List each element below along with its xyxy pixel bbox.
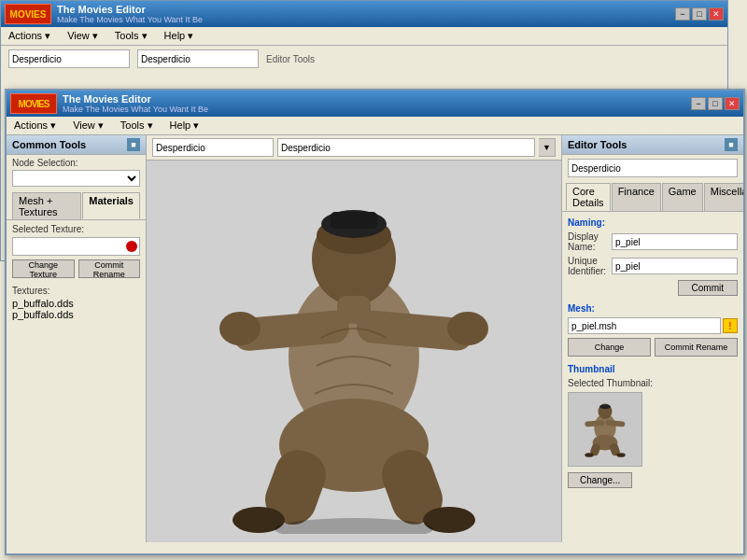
- left-panel-header: Common Tools ■: [7, 135, 146, 155]
- outer-menu-tools[interactable]: Tools ▾: [111, 29, 151, 43]
- inner-minimize-btn[interactable]: −: [691, 97, 706, 110]
- character-render: [176, 170, 531, 534]
- mesh-btn-row: Change Commit Rename: [568, 338, 738, 357]
- outer-title-block: The Movies Editor Make The Movies What Y…: [57, 4, 203, 24]
- svg-rect-16: [324, 431, 386, 469]
- commit-rename-btn-left[interactable]: Commit Rename: [78, 259, 141, 278]
- right-tab-game[interactable]: Game: [662, 183, 703, 211]
- outer-dropdown1[interactable]: [8, 49, 130, 68]
- outer-menu-actions[interactable]: Actions ▾: [5, 29, 54, 43]
- inner-subtitle: Make The Movies What You Want It Be: [63, 105, 208, 114]
- unique-id-label: Unique Identifier:: [568, 256, 612, 276]
- outer-dropdown2[interactable]: [137, 49, 259, 68]
- node-selection-label: Node Selection:: [12, 158, 140, 168]
- center-dropdown2[interactable]: [277, 138, 535, 157]
- left-panel: Common Tools ■ Node Selection: Mesh + Te…: [7, 135, 147, 542]
- left-tab-content: Selected Texture: Change Texture Commit …: [7, 219, 146, 542]
- thumbnail-character: [572, 397, 638, 462]
- svg-point-8: [447, 312, 488, 345]
- inner-menu-view[interactable]: View ▾: [69, 119, 107, 133]
- inner-logo: MOVIES: [10, 93, 57, 114]
- inner-window: MOVIES The Movies Editor Make The Movies…: [5, 89, 745, 555]
- center-dropdown1[interactable]: [152, 138, 274, 157]
- inner-titlebar: MOVIES The Movies Editor Make The Movies…: [7, 91, 743, 117]
- commit-btn-row: Commit: [568, 280, 738, 296]
- outer-title: The Movies Editor: [57, 4, 203, 15]
- outer-logo: MOVIES: [5, 4, 51, 24]
- mesh-section: Mesh: ! Change Commit Rename: [568, 303, 738, 357]
- inner-title: The Movies Editor: [63, 93, 208, 105]
- center-toolbar: ▼: [147, 135, 561, 161]
- inner-maximize-btn[interactable]: □: [708, 97, 723, 110]
- mesh-input-row: !: [568, 317, 738, 334]
- node-selection-row: Node Selection:: [7, 155, 146, 189]
- right-desperdicio-field[interactable]: [568, 159, 738, 177]
- texture-buttons-row: Change Texture Commit Rename: [12, 259, 140, 278]
- selected-texture-label: Selected Texture:: [12, 224, 140, 234]
- unique-id-input[interactable]: [612, 258, 738, 274]
- mesh-section-title: Mesh:: [568, 303, 738, 314]
- svg-point-26: [616, 453, 625, 457]
- textures-label: Textures:: [12, 286, 140, 296]
- outer-subtitle: Make The Movies What You Want It Be: [57, 15, 203, 24]
- outer-menu-help[interactable]: Help ▾: [161, 29, 198, 43]
- right-panel: Editor Tools ■ Core Details Finance Game…: [561, 135, 743, 542]
- textures-list: p_buffalo.dds p_buffalo.dds: [12, 298, 140, 320]
- right-core-content: Naming: Display Name: Unique Identifier:…: [562, 212, 743, 542]
- left-tabs-row: Mesh + Textures Materials: [7, 189, 146, 219]
- outer-minimize-btn[interactable]: −: [675, 7, 690, 21]
- svg-point-19: [599, 404, 611, 409]
- right-tabs-row: Core Details Finance Game Miscellaneous: [562, 181, 743, 212]
- outer-maximize-btn[interactable]: □: [692, 7, 707, 21]
- display-name-row: Display Name:: [568, 231, 738, 252]
- inner-menubar: Actions ▾ View ▾ Tools ▾ Help ▾: [7, 117, 743, 135]
- right-panel-header: Editor Tools ■: [562, 135, 743, 155]
- thumbnail-section-title: Thumbnail: [568, 364, 738, 374]
- naming-commit-btn[interactable]: Commit: [678, 280, 738, 296]
- mesh-warning-icon: !: [723, 318, 738, 333]
- right-tab-finance[interactable]: Finance: [612, 183, 661, 211]
- thumbnail-preview: [568, 392, 642, 467]
- main-content: Common Tools ■ Node Selection: Mesh + Te…: [7, 135, 743, 542]
- inner-window-buttons: − □ ✕: [691, 97, 740, 110]
- center-dropdown-arrow[interactable]: ▼: [539, 138, 556, 157]
- svg-point-25: [585, 453, 593, 457]
- texture-red-indicator: [126, 241, 137, 252]
- left-panel-title: Common Tools: [12, 139, 86, 150]
- render-area: [147, 161, 561, 542]
- texture-item-1: p_buffalo.dds: [12, 298, 140, 309]
- inner-logo-text: MOVIES: [19, 99, 49, 109]
- right-tab-misc[interactable]: Miscellaneous: [704, 183, 743, 211]
- change-texture-btn[interactable]: Change Texture: [12, 259, 75, 278]
- naming-section-title: Naming:: [568, 217, 738, 228]
- inner-close-btn[interactable]: ✕: [725, 97, 740, 110]
- mesh-commit-rename-btn[interactable]: Commit Rename: [655, 338, 738, 357]
- right-tab-core[interactable]: Core Details: [566, 183, 611, 211]
- inner-menu-tools[interactable]: Tools ▾: [117, 119, 157, 133]
- texture-box: [12, 237, 140, 256]
- right-panel-title: Editor Tools: [568, 139, 627, 150]
- inner-menu-help[interactable]: Help ▾: [166, 119, 204, 133]
- left-panel-icon: ■: [127, 138, 140, 151]
- thumbnail-section: Thumbnail Selected Thumbnail:: [568, 364, 738, 488]
- svg-point-7: [219, 312, 261, 345]
- right-panel-icon: ■: [725, 138, 738, 151]
- mesh-change-btn[interactable]: Change: [568, 338, 651, 357]
- outer-window-buttons: − □ ✕: [675, 7, 724, 21]
- node-selection-dropdown[interactable]: [12, 170, 140, 187]
- inner-menu-actions[interactable]: Actions ▾: [10, 119, 60, 133]
- outer-close-btn[interactable]: ✕: [709, 7, 724, 21]
- display-name-input[interactable]: [612, 233, 738, 250]
- texture-item-2: p_buffalo.dds: [12, 309, 140, 320]
- outer-toolbar-row: Editor Tools: [1, 46, 727, 72]
- outer-logo-text: MOVIES: [10, 9, 47, 20]
- mesh-input[interactable]: [568, 317, 721, 334]
- outer-menubar: Actions ▾ View ▾ Tools ▾ Help ▾: [1, 27, 727, 46]
- unique-id-row: Unique Identifier:: [568, 256, 738, 276]
- tab-materials[interactable]: Materials: [82, 192, 140, 219]
- svg-rect-4: [331, 212, 377, 229]
- center-panel: ▼: [147, 135, 561, 542]
- thumbnail-change-btn[interactable]: Change...: [568, 472, 632, 488]
- tab-mesh-textures[interactable]: Mesh + Textures: [12, 192, 81, 219]
- outer-menu-view[interactable]: View ▾: [63, 29, 102, 43]
